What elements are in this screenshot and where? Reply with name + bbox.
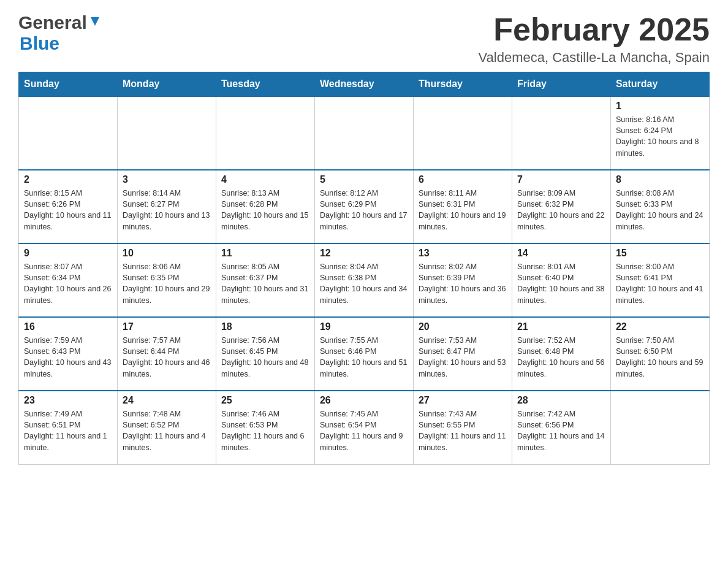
day-info: Sunrise: 7:55 AMSunset: 6:46 PMDaylight:… — [320, 335, 408, 380]
day-number: 16 — [24, 321, 112, 332]
calendar-day: 13Sunrise: 8:02 AMSunset: 6:39 PMDayligh… — [413, 243, 512, 317]
calendar-day — [314, 96, 413, 170]
calendar-subtitle: Valdemeca, Castille-La Mancha, Spain — [479, 50, 710, 66]
day-info: Sunrise: 7:59 AMSunset: 6:43 PMDaylight:… — [24, 335, 112, 380]
calendar-day: 27Sunrise: 7:43 AMSunset: 6:55 PMDayligh… — [413, 391, 512, 464]
page-header: General Blue February 2025 Valdemeca, Ca… — [18, 12, 710, 66]
calendar-day: 24Sunrise: 7:48 AMSunset: 6:52 PMDayligh… — [117, 391, 216, 464]
col-wednesday: Wednesday — [314, 72, 413, 97]
svg-marker-0 — [91, 17, 99, 26]
calendar-day: 26Sunrise: 7:45 AMSunset: 6:54 PMDayligh… — [314, 391, 413, 464]
day-info: Sunrise: 8:14 AMSunset: 6:27 PMDaylight:… — [123, 188, 211, 232]
calendar-day: 19Sunrise: 7:55 AMSunset: 6:46 PMDayligh… — [314, 317, 413, 391]
day-number: 6 — [419, 174, 507, 185]
day-number: 26 — [320, 395, 408, 406]
day-number: 27 — [419, 395, 507, 406]
day-info: Sunrise: 7:42 AMSunset: 6:56 PMDaylight:… — [517, 408, 605, 453]
day-info: Sunrise: 8:12 AMSunset: 6:29 PMDaylight:… — [320, 188, 408, 232]
day-number: 11 — [221, 248, 309, 259]
calendar-day: 8Sunrise: 8:08 AMSunset: 6:33 PMDaylight… — [610, 170, 709, 243]
calendar-week-5: 23Sunrise: 7:49 AMSunset: 6:51 PMDayligh… — [19, 391, 710, 464]
calendar-day: 14Sunrise: 8:01 AMSunset: 6:40 PMDayligh… — [512, 243, 610, 317]
day-info: Sunrise: 8:07 AMSunset: 6:34 PMDaylight:… — [24, 261, 112, 306]
day-number: 2 — [24, 174, 112, 185]
day-info: Sunrise: 7:56 AMSunset: 6:45 PMDaylight:… — [221, 335, 309, 380]
day-info: Sunrise: 8:04 AMSunset: 6:38 PMDaylight:… — [320, 261, 408, 306]
day-number: 18 — [221, 321, 309, 332]
calendar-day: 18Sunrise: 7:56 AMSunset: 6:45 PMDayligh… — [216, 317, 314, 391]
day-info: Sunrise: 7:48 AMSunset: 6:52 PMDaylight:… — [123, 408, 211, 453]
day-info: Sunrise: 8:01 AMSunset: 6:40 PMDaylight:… — [517, 261, 605, 306]
calendar-header: Sunday Monday Tuesday Wednesday Thursday… — [19, 72, 710, 97]
calendar-day — [512, 96, 610, 170]
day-info: Sunrise: 8:05 AMSunset: 6:37 PMDaylight:… — [221, 261, 309, 306]
day-number: 28 — [517, 395, 605, 406]
col-friday: Friday — [512, 72, 610, 97]
day-number: 13 — [419, 248, 507, 259]
calendar-day: 4Sunrise: 8:13 AMSunset: 6:28 PMDaylight… — [216, 170, 314, 243]
day-info: Sunrise: 8:06 AMSunset: 6:35 PMDaylight:… — [123, 261, 211, 306]
calendar-day — [117, 96, 216, 170]
day-info: Sunrise: 8:08 AMSunset: 6:33 PMDaylight:… — [616, 188, 704, 232]
day-number: 7 — [517, 174, 605, 185]
calendar-day — [610, 391, 709, 464]
logo: General Blue — [18, 12, 102, 54]
calendar-day: 12Sunrise: 8:04 AMSunset: 6:38 PMDayligh… — [314, 243, 413, 317]
day-info: Sunrise: 8:13 AMSunset: 6:28 PMDaylight:… — [221, 188, 309, 232]
calendar-day: 20Sunrise: 7:53 AMSunset: 6:47 PMDayligh… — [413, 317, 512, 391]
day-number: 21 — [517, 321, 605, 332]
day-number: 10 — [123, 248, 211, 259]
calendar-week-2: 2Sunrise: 8:15 AMSunset: 6:26 PMDaylight… — [19, 170, 710, 243]
col-saturday: Saturday — [610, 72, 709, 97]
title-block: February 2025 Valdemeca, Castille-La Man… — [479, 12, 710, 66]
calendar-day: 17Sunrise: 7:57 AMSunset: 6:44 PMDayligh… — [117, 317, 216, 391]
days-of-week-row: Sunday Monday Tuesday Wednesday Thursday… — [19, 72, 710, 97]
logo-blue-text: Blue — [20, 33, 59, 53]
calendar-day: 5Sunrise: 8:12 AMSunset: 6:29 PMDaylight… — [314, 170, 413, 243]
day-info: Sunrise: 7:50 AMSunset: 6:50 PMDaylight:… — [616, 335, 704, 380]
calendar-day — [216, 96, 314, 170]
col-monday: Monday — [117, 72, 216, 97]
logo-arrow-icon — [88, 15, 102, 28]
col-thursday: Thursday — [413, 72, 512, 97]
day-number: 5 — [320, 174, 408, 185]
calendar-day — [413, 96, 512, 170]
day-info: Sunrise: 7:45 AMSunset: 6:54 PMDaylight:… — [320, 408, 408, 453]
day-number: 14 — [517, 248, 605, 259]
day-info: Sunrise: 8:11 AMSunset: 6:31 PMDaylight:… — [419, 188, 507, 232]
day-info: Sunrise: 8:02 AMSunset: 6:39 PMDaylight:… — [419, 261, 507, 306]
col-tuesday: Tuesday — [216, 72, 314, 97]
day-number: 4 — [221, 174, 309, 185]
calendar-day: 23Sunrise: 7:49 AMSunset: 6:51 PMDayligh… — [19, 391, 118, 464]
logo-general-line: General — [18, 12, 102, 33]
day-info: Sunrise: 7:57 AMSunset: 6:44 PMDaylight:… — [123, 335, 211, 380]
day-info: Sunrise: 7:53 AMSunset: 6:47 PMDaylight:… — [419, 335, 507, 380]
day-number: 15 — [616, 248, 704, 259]
day-number: 12 — [320, 248, 408, 259]
calendar-day: 15Sunrise: 8:00 AMSunset: 6:41 PMDayligh… — [610, 243, 709, 317]
day-info: Sunrise: 8:09 AMSunset: 6:32 PMDaylight:… — [517, 188, 605, 232]
day-number: 1 — [616, 101, 704, 112]
calendar-day: 6Sunrise: 8:11 AMSunset: 6:31 PMDaylight… — [413, 170, 512, 243]
calendar-week-1: 1Sunrise: 8:16 AMSunset: 6:24 PMDaylight… — [19, 96, 710, 170]
day-number: 8 — [616, 174, 704, 185]
day-number: 19 — [320, 321, 408, 332]
calendar-day: 28Sunrise: 7:42 AMSunset: 6:56 PMDayligh… — [512, 391, 610, 464]
logo-blue-line: Blue — [18, 33, 59, 54]
calendar-day: 21Sunrise: 7:52 AMSunset: 6:48 PMDayligh… — [512, 317, 610, 391]
calendar-day: 22Sunrise: 7:50 AMSunset: 6:50 PMDayligh… — [610, 317, 709, 391]
calendar-body: 1Sunrise: 8:16 AMSunset: 6:24 PMDaylight… — [19, 96, 710, 464]
day-info: Sunrise: 7:52 AMSunset: 6:48 PMDaylight:… — [517, 335, 605, 380]
day-info: Sunrise: 7:49 AMSunset: 6:51 PMDaylight:… — [24, 408, 112, 453]
calendar-day: 9Sunrise: 8:07 AMSunset: 6:34 PMDaylight… — [19, 243, 118, 317]
day-info: Sunrise: 7:43 AMSunset: 6:55 PMDaylight:… — [419, 408, 507, 453]
day-number: 9 — [24, 248, 112, 259]
calendar-week-3: 9Sunrise: 8:07 AMSunset: 6:34 PMDaylight… — [19, 243, 710, 317]
col-sunday: Sunday — [19, 72, 118, 97]
day-number: 23 — [24, 395, 112, 406]
day-number: 20 — [419, 321, 507, 332]
day-number: 22 — [616, 321, 704, 332]
calendar-day: 16Sunrise: 7:59 AMSunset: 6:43 PMDayligh… — [19, 317, 118, 391]
calendar-day: 7Sunrise: 8:09 AMSunset: 6:32 PMDaylight… — [512, 170, 610, 243]
day-number: 24 — [123, 395, 211, 406]
